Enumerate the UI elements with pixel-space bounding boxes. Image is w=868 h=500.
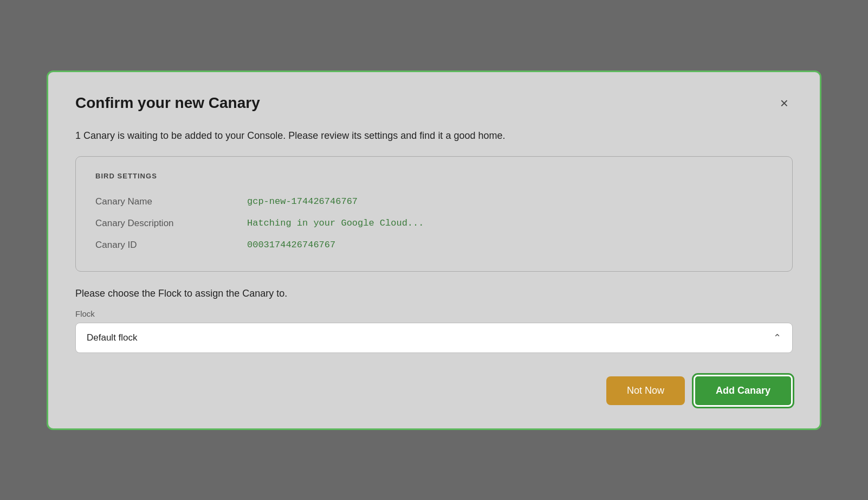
modal-dialog: Confirm your new Canary × 1 Canary is wa… xyxy=(47,70,821,430)
flock-dropdown[interactable]: Default flock ⌃ xyxy=(75,323,793,353)
settings-row-name: Canary Name gcp-new-174426746767 xyxy=(95,191,773,213)
flock-instruction: Please choose the Flock to assign the Ca… xyxy=(75,288,793,299)
canary-description-label: Canary Description xyxy=(95,218,247,229)
close-button[interactable]: × xyxy=(776,94,793,112)
flock-selected-value: Default flock xyxy=(87,332,138,343)
canary-description-value: Hatching in your Google Cloud... xyxy=(247,218,424,228)
settings-row-id: Canary ID 0003174426746767 xyxy=(95,234,773,256)
bird-settings-box: BIRD SETTINGS Canary Name gcp-new-174426… xyxy=(75,156,793,272)
modal-title: Confirm your new Canary xyxy=(75,94,260,112)
not-now-button[interactable]: Not Now xyxy=(606,376,685,405)
canary-name-value: gcp-new-174426746767 xyxy=(247,196,358,207)
canary-id-label: Canary ID xyxy=(95,240,247,251)
canary-name-label: Canary Name xyxy=(95,196,247,207)
modal-header: Confirm your new Canary × xyxy=(75,94,793,112)
settings-row-description: Canary Description Hatching in your Goog… xyxy=(95,213,773,234)
intro-text: 1 Canary is waiting to be added to your … xyxy=(75,129,793,143)
modal-footer: Not Now Add Canary xyxy=(75,375,793,407)
add-canary-button[interactable]: Add Canary xyxy=(694,375,793,407)
canary-id-value: 0003174426746767 xyxy=(247,240,335,250)
chevron-up-icon: ⌃ xyxy=(773,332,781,344)
flock-label: Flock xyxy=(75,309,793,318)
flock-section: Please choose the Flock to assign the Ca… xyxy=(75,288,793,353)
modal-overlay: Confirm your new Canary × 1 Canary is wa… xyxy=(0,0,868,500)
bird-settings-title: BIRD SETTINGS xyxy=(95,172,773,180)
